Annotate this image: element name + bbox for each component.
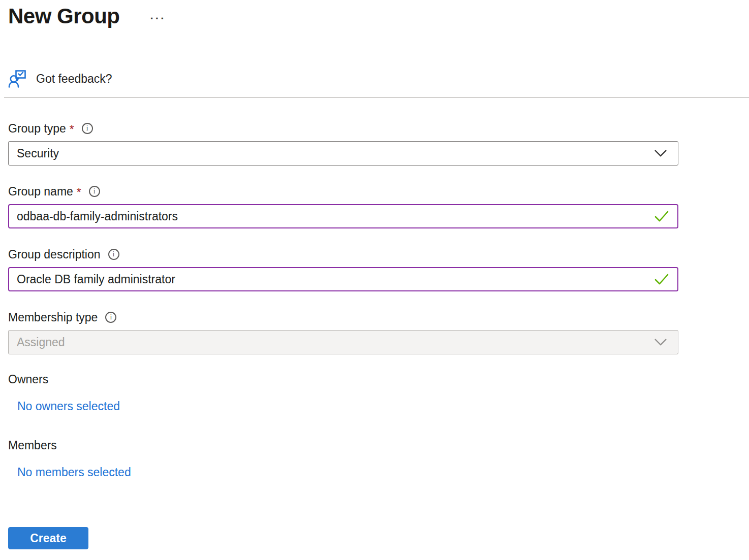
more-menu-button[interactable]: ··· — [148, 12, 168, 25]
footer-actions: Create — [8, 479, 749, 549]
create-button[interactable]: Create — [8, 527, 88, 549]
group-type-value: Security — [9, 147, 59, 160]
group-description-label-row: Group description i — [8, 247, 749, 262]
info-icon[interactable]: i — [89, 186, 100, 197]
group-description-field-group: Group description i — [8, 247, 749, 291]
group-description-label: Group description — [8, 248, 101, 261]
group-type-field-group: Group type * i Security — [8, 121, 749, 166]
group-name-input[interactable] — [8, 204, 678, 228]
group-type-label: Group type — [8, 122, 66, 136]
membership-type-label: Membership type — [8, 311, 98, 324]
group-description-input[interactable] — [8, 267, 678, 291]
required-asterisk: * — [70, 123, 74, 137]
valid-check-icon — [654, 210, 669, 225]
group-type-select[interactable]: Security — [8, 141, 678, 166]
no-members-selected-link[interactable]: No members selected — [17, 466, 131, 479]
group-description-field — [8, 267, 678, 291]
new-group-page: New Group ··· Got feedback? Group type *… — [0, 0, 749, 549]
group-name-field-group: Group name * i — [8, 184, 749, 228]
required-asterisk: * — [77, 186, 81, 200]
membership-type-label-row: Membership type i — [8, 310, 749, 325]
title-row: New Group ··· — [8, 3, 749, 29]
section-divider — [4, 97, 749, 98]
membership-type-value: Assigned — [9, 336, 65, 349]
page-title: New Group — [8, 3, 120, 29]
owners-label: Owners — [8, 373, 749, 386]
got-feedback-button[interactable]: Got feedback? — [8, 69, 112, 88]
members-section: Members No members selected — [8, 439, 749, 479]
info-icon[interactable]: i — [82, 123, 93, 134]
feedback-person-icon — [8, 69, 27, 88]
owners-section: Owners No owners selected — [8, 373, 749, 413]
new-group-form: Group type * i Security Group name * i — [8, 121, 749, 549]
group-name-label: Group name — [8, 185, 73, 199]
info-icon[interactable]: i — [108, 249, 119, 260]
chevron-down-icon — [653, 148, 668, 160]
no-owners-selected-link[interactable]: No owners selected — [17, 400, 120, 413]
members-label: Members — [8, 439, 749, 452]
chevron-down-icon — [653, 337, 668, 349]
group-type-label-row: Group type * i — [8, 121, 749, 136]
membership-type-field-group: Membership type i Assigned — [8, 310, 749, 354]
group-name-field — [8, 204, 678, 228]
group-name-label-row: Group name * i — [8, 184, 749, 199]
got-feedback-label: Got feedback? — [36, 72, 112, 86]
membership-type-select: Assigned — [8, 330, 678, 354]
info-icon[interactable]: i — [105, 312, 116, 323]
valid-check-icon — [654, 273, 669, 288]
